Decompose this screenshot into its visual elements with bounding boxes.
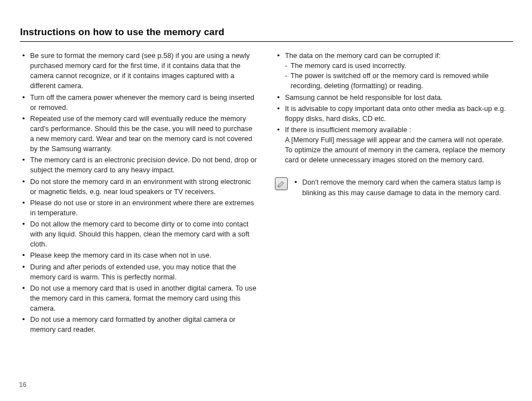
page-title: Instructions on how to use the memory ca… bbox=[20, 27, 513, 38]
list-item: Samsung cannot be held responsible for l… bbox=[275, 93, 513, 103]
list-item: The memory card is an electronic precisi… bbox=[20, 155, 258, 175]
list-item: Turn off the camera power whenever the m… bbox=[20, 93, 258, 113]
note-bullet-list: Don't remove the memory card when the ca… bbox=[292, 177, 513, 197]
page-container: Instructions on how to use the memory ca… bbox=[0, 0, 532, 336]
right-column: The data on the memory card can be corru… bbox=[275, 51, 513, 336]
list-item: Do not allow the memory card to become d… bbox=[20, 219, 258, 249]
sub-list-item: The memory card is used incorrectly. bbox=[285, 61, 513, 71]
title-rule bbox=[20, 41, 513, 42]
sub-list: The memory card is used incorrectly. The… bbox=[285, 61, 513, 91]
content-columns: Be sure to format the memory card (see p… bbox=[20, 51, 513, 336]
list-item: Repeated use of the memory card will eve… bbox=[20, 114, 258, 154]
left-bullet-list: Be sure to format the memory card (see p… bbox=[20, 51, 258, 335]
left-column: Be sure to format the memory card (see p… bbox=[20, 51, 258, 336]
list-item: If there is insufficient memory availabl… bbox=[275, 125, 513, 166]
list-item-continuation: A [Memory Full] message will appear and … bbox=[285, 136, 505, 164]
list-item: Don't remove the memory card when the ca… bbox=[292, 177, 513, 197]
note-block: Don't remove the memory card when the ca… bbox=[275, 177, 513, 197]
list-item: Do not use a memory card that is used in… bbox=[20, 283, 258, 313]
right-bullet-list: The data on the memory card can be corru… bbox=[275, 51, 513, 165]
list-item-text: The data on the memory card can be corru… bbox=[285, 52, 441, 60]
list-item: Please keep the memory card in its case … bbox=[20, 250, 258, 260]
list-item: Do not store the memory card in an envir… bbox=[20, 177, 258, 197]
list-item: Do not use a memory card formatted by an… bbox=[20, 315, 258, 335]
page-number: 16 bbox=[19, 381, 27, 389]
note-text-container: Don't remove the memory card when the ca… bbox=[292, 177, 513, 197]
list-item: Please do not use or store in an environ… bbox=[20, 198, 258, 218]
list-item: It is advisable to copy important data o… bbox=[275, 104, 513, 124]
note-icon bbox=[275, 177, 288, 190]
list-item: Be sure to format the memory card (see p… bbox=[20, 51, 258, 91]
list-item: During and after periods of extended use… bbox=[20, 262, 258, 282]
sub-list-item: The power is switched off or the memory … bbox=[285, 71, 513, 91]
list-item-text: If there is insufficient memory availabl… bbox=[285, 126, 411, 134]
list-item: The data on the memory card can be corru… bbox=[275, 51, 513, 91]
